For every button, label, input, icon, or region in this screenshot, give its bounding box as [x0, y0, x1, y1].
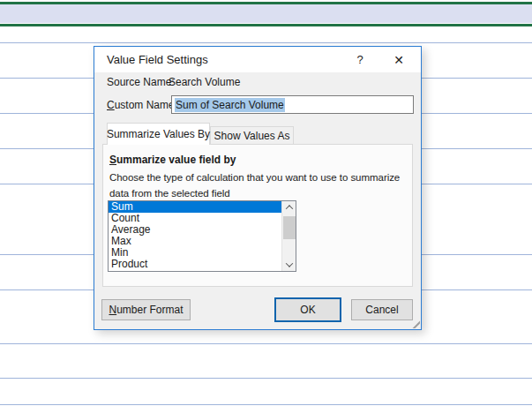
section-heading: Summarize value field by — [109, 154, 236, 166]
screen: Value Field Settings ? ✕ Source Name: Se… — [0, 0, 532, 406]
source-name-label: Source Name: — [107, 76, 175, 88]
cancel-button[interactable]: Cancel — [351, 299, 413, 320]
description-line1: Choose the type of calculation that you … — [109, 172, 400, 183]
scrollbar-thumb[interactable] — [283, 216, 296, 239]
row-gridline — [0, 42, 532, 43]
tab-show-values-as[interactable]: Show Values As — [210, 126, 294, 145]
tab-strip: Summarize Values By Show Values As — [94, 123, 421, 145]
custom-name-selected-text: Sum of Search Volume — [175, 98, 285, 112]
pivot-header-bottom-border — [0, 24, 532, 26]
ok-button[interactable]: OK — [274, 297, 341, 322]
close-button[interactable]: ✕ — [384, 47, 414, 72]
dialog-title: Value Field Settings — [107, 53, 208, 66]
calculation-listbox[interactable]: Sum Count Average Max Min Product — [108, 200, 296, 272]
list-item-average[interactable]: Average — [109, 224, 296, 236]
listbox-scrollbar[interactable] — [281, 201, 296, 271]
description-line2: data from the selected field — [109, 188, 230, 199]
row-gridline — [0, 343, 532, 344]
list-item-product[interactable]: Product — [109, 259, 296, 270]
list-item-max[interactable]: Max — [109, 236, 296, 247]
value-field-settings-dialog: Value Field Settings ? ✕ Source Name: Se… — [94, 46, 422, 330]
close-icon: ✕ — [393, 53, 404, 67]
source-name-value: Search Volume — [169, 76, 240, 88]
chevron-down-icon — [286, 259, 293, 267]
row-gridline — [0, 404, 532, 405]
scrollbar-up-button[interactable] — [282, 201, 296, 214]
chevron-up-icon — [286, 205, 293, 212]
scrollbar-down-button[interactable] — [282, 259, 296, 271]
row-gridline — [0, 378, 532, 379]
help-button[interactable]: ? — [345, 47, 375, 72]
pivot-header-row[interactable] — [0, 4, 532, 23]
number-format-button[interactable]: Number Format — [101, 299, 191, 320]
summarize-values-tab-panel: Summarize value field by Choose the type… — [102, 144, 413, 287]
dialog-titlebar[interactable]: Value Field Settings ? ✕ — [94, 47, 421, 72]
custom-name-label: Custom Name: — [107, 99, 177, 111]
help-icon: ? — [356, 53, 363, 66]
tab-summarize-values-by[interactable]: Summarize Values By — [107, 123, 210, 145]
resize-grip[interactable] — [409, 318, 420, 328]
custom-name-input[interactable]: Sum of Search Volume — [171, 95, 414, 114]
